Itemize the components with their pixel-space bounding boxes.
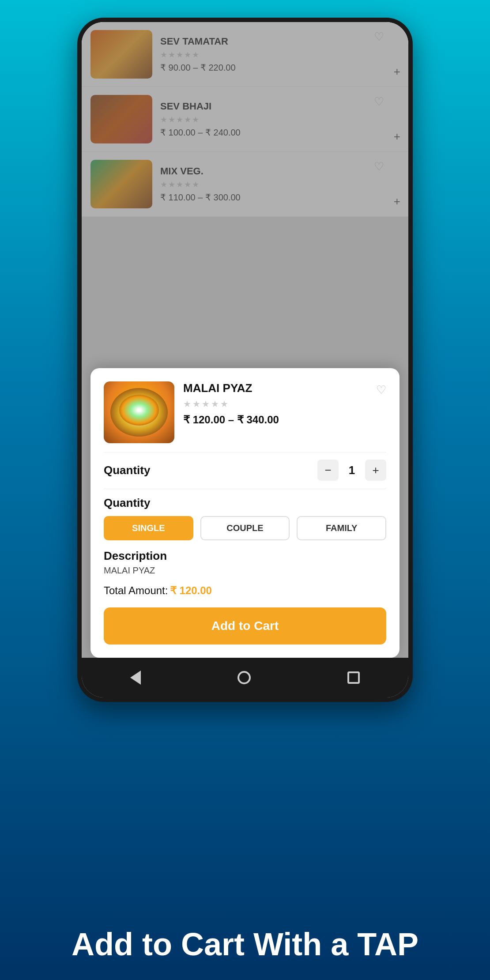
size-option-single[interactable]: SINGLE: [104, 516, 193, 540]
item-detail-modal: MALAI PYAZ ★★★★★ ₹ 120.00 – ₹ 340.00 ♡ Q…: [90, 368, 400, 658]
phone-frame: SEV TAMATAR ★★★★★ ₹ 90.00 – ₹ 220.00 ♡ +…: [77, 18, 413, 702]
quantity-increment-button[interactable]: +: [365, 460, 386, 481]
modal-food-image: [104, 381, 174, 443]
bottom-caption: Add to Cart With a TAP: [0, 926, 490, 962]
divider-1: [104, 452, 386, 452]
size-option-family[interactable]: FAMILY: [297, 516, 386, 540]
modal-price-range: ₹ 120.00 – ₹ 340.00: [183, 414, 372, 426]
nav-recents-button[interactable]: [347, 671, 360, 684]
size-option-couple[interactable]: COUPLE: [200, 516, 290, 540]
size-section: Quantity SINGLE COUPLE FAMILY: [104, 496, 386, 540]
quantity-decrement-button[interactable]: −: [317, 460, 339, 481]
size-section-label: Quantity: [104, 496, 386, 510]
food-biryani-visual: [104, 381, 174, 443]
phone-screen: SEV TAMATAR ★★★★★ ₹ 90.00 – ₹ 220.00 ♡ +…: [82, 22, 408, 697]
quantity-row: Quantity − 1 +: [104, 460, 386, 481]
description-title: Description: [104, 549, 386, 563]
home-icon: [237, 671, 251, 684]
nav-bar: [82, 658, 408, 697]
quantity-label: Quantity: [104, 464, 150, 477]
quantity-stepper[interactable]: − 1 +: [317, 460, 386, 481]
back-icon: [130, 671, 141, 685]
biryani-decoration: [110, 388, 168, 437]
nav-home-button[interactable]: [237, 671, 251, 684]
phone-wrapper: SEV TAMATAR ★★★★★ ₹ 90.00 – ₹ 220.00 ♡ +…: [77, 18, 413, 768]
nav-back-button[interactable]: [130, 671, 141, 685]
modal-title-section: MALAI PYAZ ★★★★★ ₹ 120.00 – ₹ 340.00: [183, 381, 372, 426]
divider-2: [104, 489, 386, 489]
description-text: MALAI PYAZ: [104, 565, 386, 576]
quantity-value: 1: [339, 464, 365, 477]
total-section: Total Amount: ₹ 120.00: [104, 584, 386, 597]
total-amount: ₹ 120.00: [170, 584, 212, 596]
recents-icon: [347, 671, 360, 684]
total-label: Total Amount:: [104, 584, 168, 596]
add-to-cart-button[interactable]: Add to Cart: [104, 607, 386, 645]
modal-header: MALAI PYAZ ★★★★★ ₹ 120.00 – ₹ 340.00 ♡: [104, 381, 386, 443]
modal-heart-icon[interactable]: ♡: [376, 383, 386, 397]
modal-stars: ★★★★★: [183, 399, 372, 409]
size-options-row: SINGLE COUPLE FAMILY: [104, 516, 386, 540]
modal-item-name: MALAI PYAZ: [183, 381, 372, 395]
description-section: Description MALAI PYAZ: [104, 549, 386, 576]
